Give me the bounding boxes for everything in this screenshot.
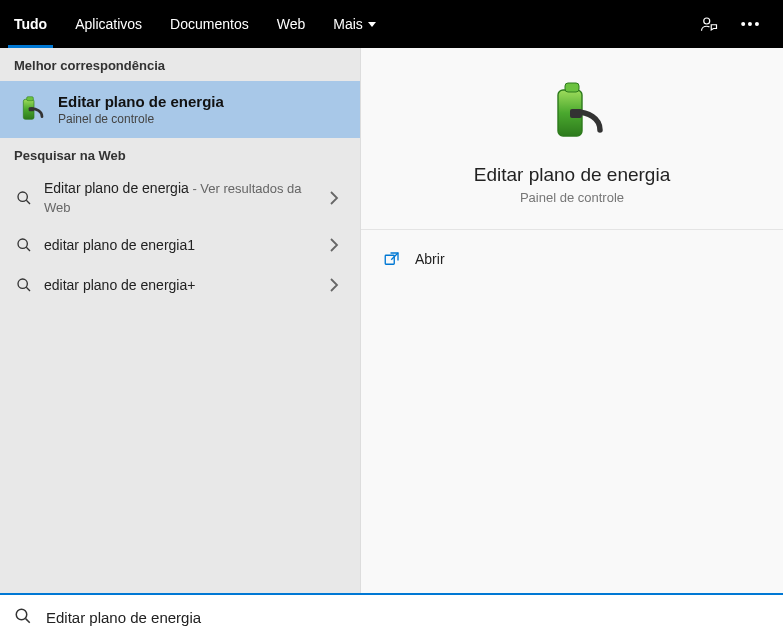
web-result-text: editar plano de energia1 (44, 236, 310, 255)
tab-documentos[interactable]: Documentos (156, 0, 263, 48)
web-result-text: editar plano de energia+ (44, 276, 310, 295)
detail-title: Editar plano de energia (474, 164, 670, 186)
content-area: Melhor correspondência (0, 48, 783, 593)
detail-actions: Abrir (361, 230, 783, 288)
web-result-text: Editar plano de energia - Ver resultados… (44, 179, 310, 217)
top-tab-bar: Tudo Aplicativos Documentos Web Mais ••• (0, 0, 783, 48)
search-icon (16, 277, 32, 293)
detail-panel: Editar plano de energia Painel de contro… (361, 48, 783, 593)
web-result-title: editar plano de energia1 (44, 237, 195, 253)
svg-rect-10 (385, 255, 394, 264)
search-icon (16, 190, 32, 206)
web-result-title: editar plano de energia+ (44, 277, 195, 293)
svg-point-6 (18, 279, 27, 288)
svg-point-0 (704, 18, 710, 24)
web-result-item[interactable]: Editar plano de energia - Ver resultados… (0, 171, 360, 225)
best-match-subtitle: Painel de controle (58, 112, 224, 126)
tabs-container: Tudo Aplicativos Documentos Web Mais (0, 0, 390, 48)
search-bar (0, 593, 783, 639)
detail-hero: Editar plano de energia Painel de contro… (361, 48, 783, 230)
svg-rect-8 (565, 83, 579, 92)
battery-plug-icon (536, 78, 608, 150)
tab-label: Aplicativos (75, 16, 142, 32)
svg-point-4 (18, 192, 27, 201)
ellipsis-icon: ••• (741, 16, 762, 32)
svg-rect-3 (29, 107, 34, 111)
chevron-right-icon[interactable] (322, 278, 346, 292)
search-icon (14, 607, 32, 628)
svg-point-11 (16, 609, 27, 620)
detail-subtitle: Painel de controle (520, 190, 624, 205)
battery-plug-icon (14, 94, 46, 126)
open-action[interactable]: Abrir (379, 242, 765, 276)
tab-tudo[interactable]: Tudo (0, 0, 61, 48)
chevron-right-icon[interactable] (322, 238, 346, 252)
best-match-header: Melhor correspondência (0, 48, 360, 81)
web-section-header: Pesquisar na Web (0, 138, 360, 171)
tab-aplicativos[interactable]: Aplicativos (61, 0, 156, 48)
more-options-icon[interactable]: ••• (733, 6, 769, 42)
tab-web[interactable]: Web (263, 0, 320, 48)
best-match-item[interactable]: Editar plano de energia Painel de contro… (0, 81, 360, 138)
results-panel: Melhor correspondência (0, 48, 361, 593)
chevron-right-icon[interactable] (322, 191, 346, 205)
web-result-item[interactable]: editar plano de energia1 (0, 225, 360, 265)
best-match-title: Editar plano de energia (58, 93, 224, 110)
top-right-controls: ••• (691, 6, 775, 42)
tab-mais[interactable]: Mais (319, 0, 390, 48)
tab-label: Documentos (170, 16, 249, 32)
web-result-item[interactable]: editar plano de energia+ (0, 265, 360, 305)
web-result-title: Editar plano de energia (44, 180, 189, 196)
tab-label: Mais (333, 16, 363, 32)
tab-label: Tudo (14, 16, 47, 32)
best-match-text: Editar plano de energia Painel de contro… (58, 93, 224, 126)
feedback-icon[interactable] (691, 6, 727, 42)
open-icon (383, 250, 401, 268)
search-icon (16, 237, 32, 253)
search-input[interactable] (46, 609, 769, 626)
svg-rect-2 (27, 96, 34, 100)
svg-point-5 (18, 239, 27, 248)
svg-rect-9 (570, 109, 582, 118)
open-label: Abrir (415, 251, 445, 267)
tab-label: Web (277, 16, 306, 32)
chevron-down-icon (368, 22, 376, 27)
